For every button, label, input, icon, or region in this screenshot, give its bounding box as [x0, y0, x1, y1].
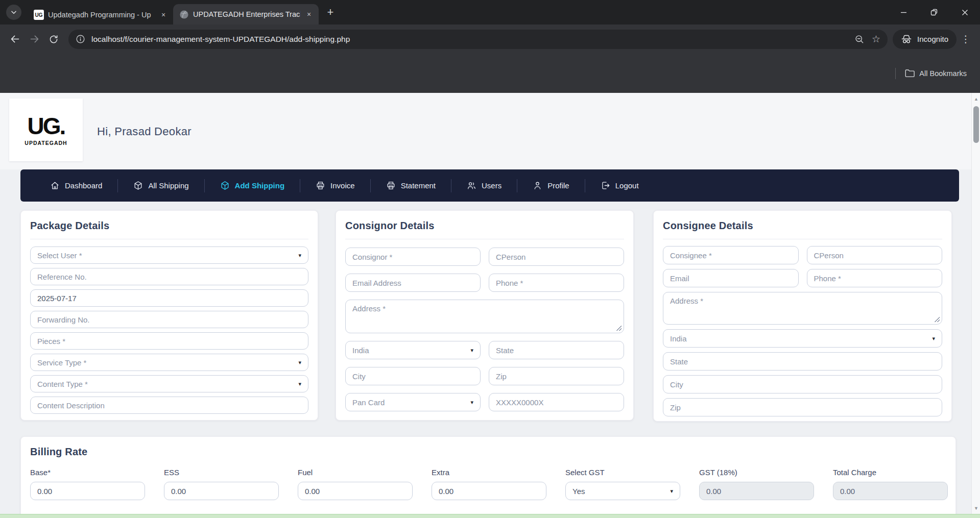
- resize-grip-icon[interactable]: [616, 325, 622, 331]
- all-bookmarks-label: All Bookmarks: [919, 69, 967, 78]
- consignee-email-input[interactable]: [663, 269, 799, 287]
- restore-button[interactable]: [919, 0, 949, 24]
- consignor-input[interactable]: [345, 248, 481, 266]
- forward-button[interactable]: [25, 30, 44, 49]
- close-icon: [962, 9, 968, 16]
- browser-toolbar: localhost/f/courier-management-system-UP…: [0, 24, 980, 54]
- nav-item-all-shipping[interactable]: All Shipping: [118, 169, 204, 202]
- package-details-card: Package Details Select User * ▾ Service …: [20, 210, 318, 421]
- minimize-button[interactable]: [888, 0, 919, 24]
- consignor-city-input[interactable]: [345, 367, 481, 385]
- billing-col-total-charge: Total Charge: [833, 468, 948, 500]
- bookmark-star-icon[interactable]: ☆: [872, 34, 880, 44]
- service-type-dropdown[interactable]: Service Type * ▾: [30, 354, 308, 371]
- new-tab-button[interactable]: +: [323, 5, 338, 20]
- tab-enterprises-track[interactable]: UPDATEGADH Enterprises Track ×: [173, 4, 319, 24]
- nav-item-invoice[interactable]: Invoice: [300, 169, 370, 202]
- url-text[interactable]: localhost/f/courier-management-system-UP…: [91, 35, 849, 44]
- close-window-button[interactable]: [949, 0, 980, 24]
- tab-search-button[interactable]: [6, 5, 21, 20]
- consignee-state-input[interactable]: [663, 352, 942, 371]
- note-bold: Document: [403, 418, 437, 421]
- incognito-badge: Incognito: [893, 30, 957, 49]
- logo-main-text: UG.: [28, 114, 65, 138]
- fuel-rate-input[interactable]: [298, 482, 413, 500]
- consignee-address-textarea[interactable]: [663, 292, 942, 325]
- card-title: Consignor Details: [345, 220, 624, 232]
- nav-label: Profile: [547, 181, 569, 190]
- forwarding-no-input[interactable]: [30, 311, 308, 328]
- nav-label: Add Shipping: [235, 181, 284, 190]
- consignee-phone-input[interactable]: [807, 269, 943, 287]
- content-description-input[interactable]: [30, 397, 308, 414]
- consignor-address-textarea[interactable]: [345, 300, 624, 333]
- site-logo: UG. UPDATEGADH: [9, 98, 83, 161]
- extra-rate-input[interactable]: [432, 482, 546, 500]
- select-value: Pan Card: [352, 398, 385, 407]
- consignor-country-dropdown[interactable]: India ▾: [345, 341, 481, 359]
- zoom-out-icon[interactable]: [854, 34, 865, 44]
- select-value: Select User *: [37, 251, 82, 260]
- browser-menu-button[interactable]: ⋮: [957, 33, 975, 45]
- nav-item-users[interactable]: Users: [451, 169, 517, 202]
- incognito-label: Incognito: [917, 35, 948, 43]
- logo-sub-text: UPDATEGADH: [25, 140, 67, 146]
- nav-item-statement[interactable]: Statement: [371, 169, 451, 202]
- consignee-zip-input[interactable]: [663, 398, 942, 416]
- consignor-id-number-input[interactable]: [489, 393, 624, 411]
- browser-titlebar: UG Updategadh Programming - Up × UPDATEG…: [0, 0, 980, 24]
- select-gst-dropdown[interactable]: Yes ▾: [565, 482, 680, 500]
- billing-col-gst-select: Select GST Yes ▾: [565, 468, 680, 500]
- tab-close-icon[interactable]: ×: [159, 10, 168, 19]
- consignee-cperson-input[interactable]: [807, 246, 943, 264]
- scroll-down-icon[interactable]: ▼: [972, 506, 980, 511]
- nav-label: Dashboard: [65, 181, 102, 190]
- nav-item-add-shipping[interactable]: Add Shipping: [205, 169, 300, 202]
- consignee-city-input[interactable]: [663, 375, 942, 393]
- consignor-state-input[interactable]: [489, 341, 624, 359]
- back-button[interactable]: [5, 30, 25, 49]
- nav-item-logout[interactable]: Logout: [585, 169, 654, 202]
- page-content: UG. UPDATEGADH Hi, Prasad Deokar Dashboa…: [0, 93, 980, 518]
- note-text: If: [345, 418, 351, 421]
- content-type-dropdown[interactable]: Content Type * ▾: [30, 375, 308, 392]
- site-info-icon[interactable]: [76, 34, 85, 44]
- tab-updategadh-programming[interactable]: UG Updategadh Programming - Up ×: [28, 5, 173, 24]
- base-rate-input[interactable]: [30, 482, 145, 500]
- nav-item-dashboard[interactable]: Dashboard: [35, 169, 117, 202]
- scroll-up-icon[interactable]: ▲: [972, 96, 980, 102]
- nav-item-profile[interactable]: Profile: [517, 169, 585, 202]
- consignor-zip-input[interactable]: [489, 367, 624, 385]
- card-title: Package Details: [30, 220, 308, 232]
- scrollbar-thumb[interactable]: [973, 106, 979, 143]
- reference-no-input[interactable]: [30, 268, 308, 285]
- ship-date-input[interactable]: [30, 289, 308, 307]
- nav-label: All Shipping: [148, 181, 188, 190]
- address-bar[interactable]: localhost/f/courier-management-system-UP…: [68, 30, 888, 49]
- reload-button[interactable]: [44, 30, 63, 49]
- consignee-details-card: Consignee Details India ▾: [653, 210, 952, 422]
- consignor-cperson-input[interactable]: [489, 248, 624, 266]
- page-scrollbar[interactable]: ▲ ▼: [971, 93, 980, 518]
- billing-col-fuel: Fuel: [298, 468, 413, 500]
- tab-close-icon[interactable]: ×: [304, 10, 314, 19]
- billing-col-extra: Extra: [432, 468, 546, 500]
- consignee-input[interactable]: [663, 246, 799, 264]
- card-divider: [30, 239, 308, 239]
- consignor-phone-input[interactable]: [489, 274, 624, 292]
- note-text: , then leave this field as it is.: [437, 418, 523, 421]
- card-title: Billing Rate: [30, 446, 946, 458]
- back-icon: [10, 34, 20, 44]
- consignor-email-input[interactable]: [345, 274, 481, 292]
- ess-rate-input[interactable]: [164, 482, 279, 500]
- billing-col-base: Base*: [30, 468, 145, 500]
- resize-grip-icon[interactable]: [934, 316, 940, 322]
- select-value: India: [352, 346, 369, 355]
- pieces-input[interactable]: [30, 332, 308, 350]
- all-bookmarks-button[interactable]: All Bookmarks: [905, 69, 967, 78]
- chevron-down-icon: [10, 9, 17, 16]
- select-user-dropdown[interactable]: Select User * ▾: [30, 246, 308, 264]
- logout-icon: [601, 181, 610, 190]
- consignee-country-dropdown[interactable]: India ▾: [663, 329, 942, 348]
- consignor-id-type-dropdown[interactable]: Pan Card ▾: [345, 393, 481, 411]
